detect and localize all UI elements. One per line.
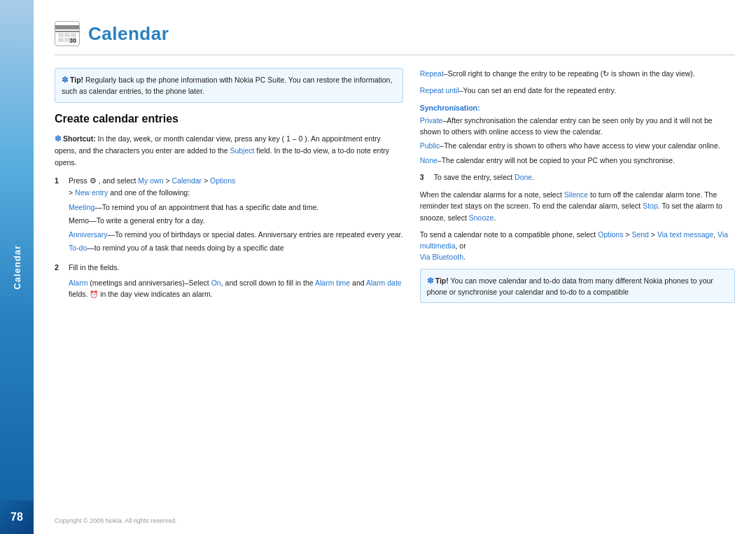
- send-options-link[interactable]: Options: [598, 230, 623, 239]
- send-gt1: >: [623, 230, 631, 239]
- alarm-para4: .: [493, 213, 496, 222]
- tip-box: Tip! Regularly back up the phone informa…: [55, 68, 403, 103]
- step-3-content: To save the entry, select Done.: [434, 171, 735, 183]
- sync-heading: Synchronisation:: [420, 102, 735, 113]
- step-3: 3 To save the entry, select Done.: [420, 171, 735, 183]
- page-number: 78: [10, 511, 23, 524]
- step-1-gt2: >: [202, 176, 210, 185]
- send-or: , or: [455, 241, 465, 250]
- private-para: Private–After synchronisation the calend…: [420, 115, 735, 138]
- stop-link[interactable]: Stop: [643, 202, 658, 210]
- via-text-link[interactable]: Via text message: [657, 230, 713, 239]
- public-para: Public–The calendar entry is shown to ot…: [420, 140, 735, 151]
- step-1-text-press: Press: [69, 176, 90, 185]
- memo-item: Memo—To write a general entry for a day.: [69, 215, 403, 226]
- step-2: 2 Fill in the fields. Alarm (meetings an…: [55, 262, 403, 300]
- shortcut-subject-link[interactable]: Subject: [230, 146, 254, 155]
- page-title: Calendar: [88, 23, 169, 45]
- my-own-link[interactable]: My own: [138, 176, 163, 185]
- step-3-text2: .: [532, 173, 534, 181]
- send-para-text: To send a calendar note to a compatible …: [420, 230, 598, 239]
- cal-cell: [58, 38, 64, 42]
- anniversary-link[interactable]: Anniversary: [69, 230, 107, 239]
- repeat-text2: is shown in the day view).: [609, 69, 695, 78]
- public-link[interactable]: Public: [420, 141, 440, 150]
- repeat-link[interactable]: Repeat: [420, 69, 444, 78]
- step-1-following: and one of the following:: [108, 188, 190, 197]
- tip-text: Regularly back up the phone information …: [62, 76, 392, 95]
- send-link[interactable]: Send: [631, 230, 649, 239]
- tip2-text-content: You can move calendar and to-do data fro…: [427, 276, 713, 296]
- columns: Tip! Regularly back up the phone informa…: [55, 68, 735, 313]
- calendar-date-number: 30: [69, 37, 76, 44]
- numbered-list: 1 Press ⚙ , and select My own > Calendar…: [55, 175, 403, 300]
- silence-link[interactable]: Silence: [564, 190, 588, 199]
- shortcut-star-icon: [55, 134, 63, 143]
- snooze-link[interactable]: Snooze: [469, 213, 494, 222]
- none-text: –The calendar entry will not be copied t…: [438, 156, 675, 164]
- private-text: –After synchronisation the calendar entr…: [420, 116, 713, 136]
- step-3-num: 3: [420, 171, 431, 183]
- alarm-time-link[interactable]: Alarm time: [315, 279, 350, 287]
- send-para: To send a calendar note to a compatible …: [420, 229, 735, 263]
- todo-item: To-do—to remind you of a task that needs…: [69, 242, 403, 253]
- repeat-icon: ↻: [603, 69, 609, 78]
- shortcut-label: Shortcut:: [63, 134, 96, 143]
- footer: Copyright © 2005 Nokia. All rights reser…: [55, 517, 177, 524]
- none-link[interactable]: None: [420, 156, 438, 164]
- alarm-link[interactable]: Alarm: [69, 279, 88, 287]
- alarm-text5: in the day view indicates an alarm.: [98, 290, 212, 298]
- tip-box-2: Tip! You can move calendar and to-do dat…: [420, 269, 735, 304]
- step-1-content: Press ⚙ , and select My own > Calendar >…: [69, 175, 403, 255]
- footer-text: Copyright © 2005 Nokia. All rights reser…: [55, 517, 177, 524]
- step-1-new-entry-arrow: >: [69, 188, 75, 197]
- meeting-text: —To remind you of an appointment that ha…: [94, 203, 318, 211]
- left-column: Tip! Regularly back up the phone informa…: [55, 68, 403, 313]
- calendar-icon-top: ▬▬▬▬▬: [55, 25, 79, 32]
- step-1-gt1: >: [164, 176, 172, 185]
- memo-label: Memo: [69, 216, 89, 225]
- new-entry-link[interactable]: New entry: [75, 188, 108, 197]
- alarm-bell-icon: ⏰: [90, 290, 98, 298]
- todo-link[interactable]: To-do: [69, 244, 87, 252]
- repeat-until-text: –You can set an end date for the repeate…: [459, 86, 616, 94]
- meeting-link[interactable]: Meeting: [69, 203, 94, 211]
- step-1-text-select: , and select: [97, 176, 139, 185]
- anniversary-item: Anniversary—To remind you of birthdays o…: [69, 229, 403, 240]
- todo-text: —to remind you of a task that needs doin…: [87, 244, 284, 252]
- alarm-text4: fields.: [69, 290, 90, 298]
- page-header: ▬▬▬▬▬ 30 Calendar: [55, 21, 735, 55]
- alarm-text2: , and scroll down to fill in the: [221, 279, 315, 287]
- step-3-list: 3 To save the entry, select Done.: [420, 171, 735, 183]
- private-link[interactable]: Private: [420, 116, 443, 125]
- tip-star-icon: [62, 76, 70, 84]
- options-link[interactable]: Options: [210, 176, 235, 185]
- alarm-para: When the calendar alarms for a note, sel…: [420, 189, 735, 223]
- repeat-until-link[interactable]: Repeat until: [420, 86, 459, 94]
- sidebar-label: Calendar: [12, 245, 22, 290]
- step-2-alarm: Alarm (meetings and anniversaries)–Selec…: [69, 277, 403, 300]
- alarm-date-link[interactable]: Alarm date: [366, 279, 402, 287]
- meeting-item: Meeting—To remind you of an appointment …: [69, 202, 403, 213]
- step-2-text: Fill in the fields.: [69, 263, 119, 272]
- tip2-label: Tip!: [435, 276, 449, 285]
- tip-label: Tip!: [70, 76, 83, 84]
- section-heading: Create calendar entries: [55, 113, 403, 125]
- anniversary-text: —To remind you of birthdays or special d…: [107, 230, 402, 239]
- content-area: ▬▬▬▬▬ 30 Calendar Tip!: [34, 0, 756, 534]
- step-3-text: To save the entry, select: [434, 173, 514, 181]
- on-link[interactable]: On: [211, 279, 221, 287]
- done-link[interactable]: Done: [514, 173, 532, 181]
- repeat-text: –Scroll right to change the entry to be …: [444, 69, 603, 78]
- alarm-para-text: When the calendar alarms for a note, sel…: [420, 190, 564, 199]
- via-bt-link[interactable]: Via Bluetooth: [420, 253, 463, 261]
- page-wrapper: Calendar 78 ▬▬▬▬▬ 30 Cale: [0, 0, 756, 534]
- page-number-box: 78: [0, 500, 34, 534]
- step-1-num: 1: [55, 175, 66, 186]
- sub-items: Meeting—To remind you of an appointment …: [69, 202, 403, 253]
- calendar-link[interactable]: Calendar: [172, 176, 202, 185]
- tip2-star-icon: [427, 276, 435, 285]
- calendar-icon-top-bar: ▬▬▬▬▬: [55, 27, 80, 31]
- public-text: –The calendar entry is shown to others w…: [440, 141, 720, 150]
- send-end: .: [463, 253, 465, 261]
